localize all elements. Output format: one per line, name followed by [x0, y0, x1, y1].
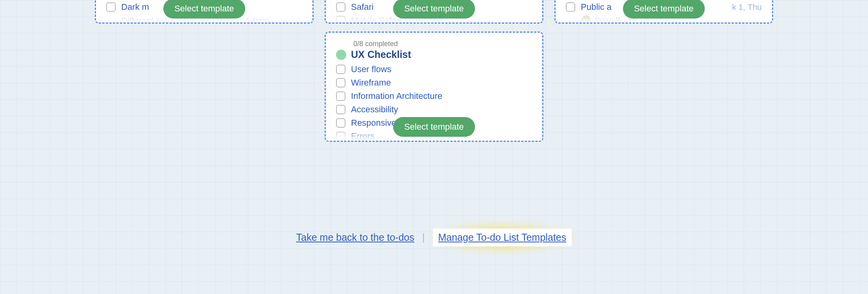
todo-label: Information Architecture	[351, 91, 442, 101]
checkbox-icon[interactable]	[336, 2, 345, 12]
select-template-button[interactable]: Select template	[623, 0, 705, 19]
template-card: Safari Mobile Safari on iPhone Select te…	[325, 0, 543, 24]
todo-label: Dark m	[121, 2, 149, 12]
status-dot-icon	[336, 50, 346, 60]
separator: |	[422, 232, 425, 243]
footer-links: Take me back to the to-dos | Manage To-d…	[24, 229, 844, 246]
checkbox-icon[interactable]	[336, 65, 345, 74]
assignee-name: Brian B.	[595, 16, 623, 24]
checkbox-icon[interactable]	[336, 91, 345, 101]
todo-label: User flows	[351, 64, 392, 74]
checkbox-icon[interactable]	[336, 105, 345, 114]
avatar-icon	[582, 15, 591, 24]
select-template-button[interactable]: Select template	[163, 0, 245, 19]
completed-count: 0/8 completed	[353, 40, 532, 48]
select-template-button[interactable]: Select template	[393, 117, 475, 137]
checkbox-icon[interactable]	[106, 22, 116, 24]
checkbox-icon[interactable]	[336, 78, 345, 87]
card-title: UX Checklist	[351, 49, 411, 60]
todo-label: Errors	[351, 131, 375, 141]
checkbox-icon[interactable]	[336, 132, 345, 141]
checkbox-icon[interactable]	[566, 2, 575, 12]
template-card: Dark m Different types of users (Owner, …	[95, 0, 314, 24]
todo-label: Wireframe	[351, 78, 391, 88]
todo-label: Safari	[351, 2, 373, 12]
todo-label: Public a	[581, 2, 611, 12]
back-to-todos-link[interactable]: Take me back to the to-dos	[296, 232, 414, 243]
select-template-button[interactable]: Select template	[393, 0, 475, 19]
todo-label: Accessibility	[351, 104, 398, 115]
highlight-callout: Manage To-do List Templates	[433, 229, 572, 246]
manage-templates-link[interactable]: Manage To-do List Templates	[438, 232, 567, 243]
checkbox-icon[interactable]	[106, 2, 116, 12]
checkbox-icon[interactable]	[336, 118, 345, 128]
template-card-ux-checklist: 0/8 completed UX Checklist User flows Wi…	[325, 32, 543, 142]
date-text: k 1, Thu	[732, 2, 762, 12]
checkbox-icon[interactable]	[336, 16, 345, 24]
template-card: Public a k 1, Thu Brian B. Jason F. Sele…	[554, 0, 773, 24]
